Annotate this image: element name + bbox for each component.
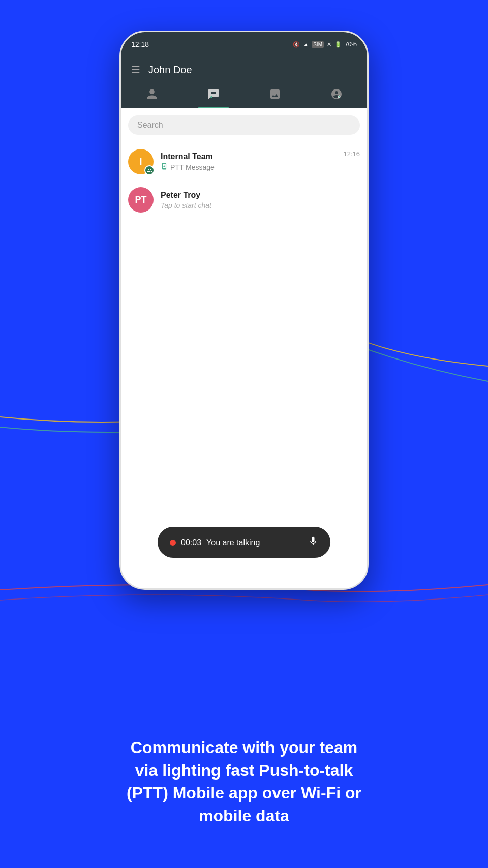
ptt-recording-dot [170, 540, 176, 546]
bottom-text-line1: Communicate with your team [131, 738, 357, 757]
battery-percent: 70% [345, 41, 357, 48]
chat-preview-peter-troy: Tap to start chat [161, 201, 360, 209]
chat-name-peter-troy: Peter Troy [161, 191, 360, 200]
chat-list: I Internal Team PTT Message [128, 143, 360, 219]
avatar-peter-troy: PT [128, 187, 154, 213]
signal-icon: ✕ [327, 41, 331, 48]
svg-point-1 [338, 96, 340, 98]
search-bar[interactable]: Search [128, 115, 360, 135]
mute-icon: 🔇 [293, 41, 300, 48]
bottom-text-line4: mobile data [199, 806, 289, 825]
tab-chats[interactable] [182, 83, 244, 108]
bottom-text-line3: (PTT) Mobile app over Wi-Fi or [127, 784, 361, 802]
bottom-text: Communicate with your team via lighting … [66, 736, 422, 827]
menu-button[interactable]: ☰ [131, 64, 140, 76]
chat-info-internal-team: Internal Team PTT Message [161, 152, 343, 171]
ptt-mic-icon [308, 536, 318, 549]
chat-time-internal-team: 12:16 [343, 150, 360, 158]
contacts-icon [146, 88, 158, 103]
ptt-preview-icon [161, 163, 168, 171]
chat-preview-internal-team: PTT Message [161, 163, 343, 171]
avatar-internal-team: I [128, 149, 154, 174]
nav-tabs [121, 83, 367, 108]
phone-frame: 12:18 🔇 ▲ SIM ✕ 🔋 70% ☰ John Doe [119, 31, 369, 590]
tab-contacts[interactable] [121, 83, 182, 108]
avatar-initials-pt: PT [135, 195, 146, 205]
bottom-text-line2: via lighting fast Push-to-talk [135, 761, 353, 780]
status-time: 12:18 [131, 40, 149, 48]
search-placeholder: Search [137, 121, 163, 130]
gallery-icon [269, 88, 281, 103]
wifi-icon: ▲ [303, 41, 309, 47]
chat-preview-text-peter-troy: Tap to start chat [161, 201, 211, 209]
ptt-bar[interactable]: 00:03 You are talking [158, 527, 330, 558]
tab-gallery[interactable] [244, 83, 306, 108]
phone-notch [224, 32, 264, 46]
chat-preview-text-internal-team: PTT Message [170, 163, 215, 171]
ptt-status-text: You are talking [206, 538, 260, 547]
avatar-initials: I [139, 157, 142, 167]
app-header: ☰ John Doe [121, 56, 367, 83]
tab-settings[interactable] [306, 83, 367, 108]
settings-icon [330, 88, 343, 103]
chat-info-peter-troy: Peter Troy Tap to start chat [161, 191, 360, 209]
battery-icon: 🔋 [334, 41, 342, 48]
chat-name-internal-team: Internal Team [161, 152, 343, 161]
ptt-timer: 00:03 [181, 538, 201, 547]
app-title: John Doe [148, 64, 192, 76]
avatar-badge [144, 165, 155, 175]
chat-item-internal-team[interactable]: I Internal Team PTT Message [128, 143, 360, 181]
status-bar: 12:18 🔇 ▲ SIM ✕ 🔋 70% [121, 32, 367, 56]
chat-item-peter-troy[interactable]: PT Peter Troy Tap to start chat [128, 181, 360, 219]
status-icons: 🔇 ▲ SIM ✕ 🔋 70% [293, 41, 357, 48]
sim-icon: SIM [312, 41, 324, 48]
svg-point-0 [210, 96, 212, 98]
chats-icon [207, 88, 220, 103]
ptt-info: 00:03 You are talking [170, 538, 260, 547]
content-area: Search I Internal Team [121, 108, 367, 588]
